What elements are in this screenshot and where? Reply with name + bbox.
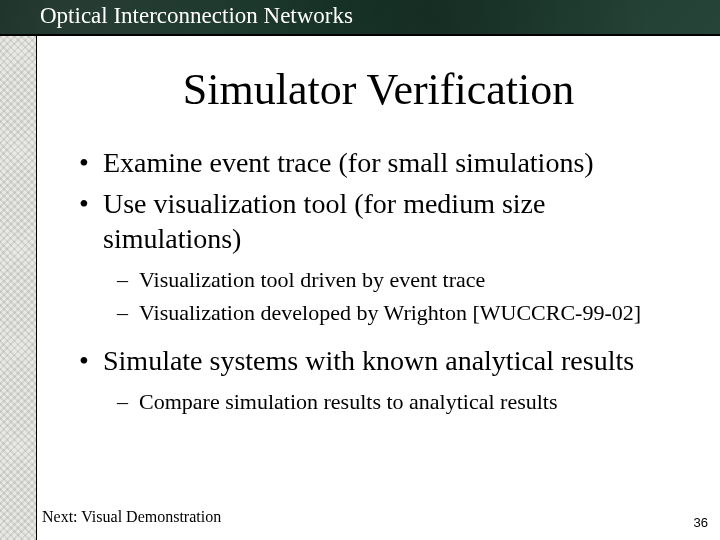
sub-bullet-text: Visualization tool driven by event trace: [139, 267, 485, 292]
bullet-item: Use visualization tool (for medium size …: [77, 186, 682, 327]
bullet-text: Examine event trace (for small simulatio…: [103, 147, 594, 178]
slide: Optical Interconnection Networks Simulat…: [0, 0, 720, 540]
sub-bullet-list: Visualization tool driven by event trace…: [117, 266, 682, 327]
slide-content: Simulator Verification Examine event tra…: [36, 36, 720, 540]
sub-bullet-text: Visualization developed by Wrighton [WUC…: [139, 300, 641, 325]
sub-bullet-item: Visualization developed by Wrighton [WUC…: [117, 299, 682, 328]
slide-title: Simulator Verification: [37, 64, 720, 115]
bullet-text: Use visualization tool (for medium size …: [103, 188, 545, 254]
header-title: Optical Interconnection Networks: [40, 3, 353, 29]
page-number: 36: [694, 515, 708, 530]
sub-bullet-list: Compare simulation results to analytical…: [117, 388, 682, 417]
bullet-item: Simulate systems with known analytical r…: [77, 343, 682, 417]
footer-next-label: Next: Visual Demonstration: [42, 508, 221, 526]
sub-bullet-text: Compare simulation results to analytical…: [139, 389, 558, 414]
sub-bullet-item: Visualization tool driven by event trace: [117, 266, 682, 295]
bullet-text: Simulate systems with known analytical r…: [103, 345, 634, 376]
left-decorative-bar: [0, 0, 36, 540]
bullet-item: Examine event trace (for small simulatio…: [77, 145, 682, 180]
bullet-list: Examine event trace (for small simulatio…: [77, 145, 682, 417]
header-bar: Optical Interconnection Networks: [0, 0, 720, 36]
sub-bullet-item: Compare simulation results to analytical…: [117, 388, 682, 417]
